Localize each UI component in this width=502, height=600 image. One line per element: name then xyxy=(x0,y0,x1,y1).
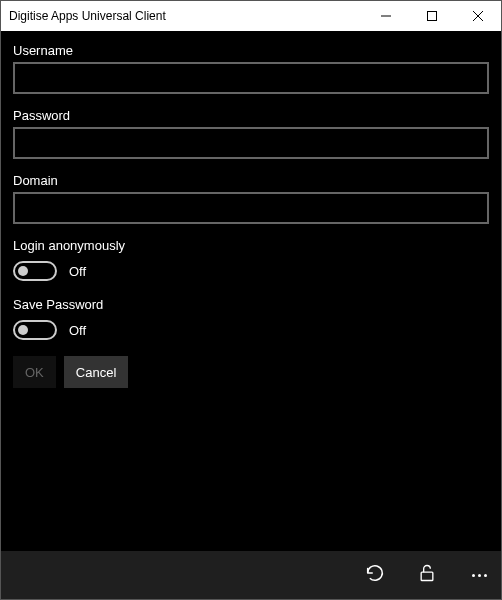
toggle-knob-icon xyxy=(18,266,28,276)
domain-label: Domain xyxy=(13,173,489,188)
password-group: Password xyxy=(13,108,489,159)
login-anonymously-row: Off xyxy=(13,261,489,281)
more-button[interactable] xyxy=(467,563,491,587)
username-input[interactable] xyxy=(13,62,489,94)
login-anonymously-state: Off xyxy=(69,264,86,279)
svg-rect-1 xyxy=(428,12,437,21)
save-password-group: Save Password Off xyxy=(13,297,489,340)
more-icon xyxy=(472,574,487,577)
save-password-state: Off xyxy=(69,323,86,338)
bottom-bar xyxy=(1,551,501,599)
button-row: OK Cancel xyxy=(13,356,489,388)
toggle-knob-icon xyxy=(18,325,28,335)
close-button[interactable] xyxy=(455,1,501,31)
lock-button[interactable] xyxy=(415,563,439,587)
save-password-label: Save Password xyxy=(13,297,489,312)
domain-group: Domain xyxy=(13,173,489,224)
domain-input[interactable] xyxy=(13,192,489,224)
titlebar: Digitise Apps Universal Client xyxy=(1,1,501,31)
window-buttons xyxy=(363,1,501,31)
login-form: Username Password Domain Login anonymous… xyxy=(1,31,501,551)
login-anonymously-label: Login anonymously xyxy=(13,238,489,253)
maximize-button[interactable] xyxy=(409,1,455,31)
app-window: Digitise Apps Universal Client Username … xyxy=(0,0,502,600)
save-password-toggle[interactable] xyxy=(13,320,57,340)
username-group: Username xyxy=(13,43,489,94)
username-label: Username xyxy=(13,43,489,58)
save-password-row: Off xyxy=(13,320,489,340)
login-anonymously-group: Login anonymously Off xyxy=(13,238,489,281)
ok-button[interactable]: OK xyxy=(13,356,56,388)
refresh-button[interactable] xyxy=(363,563,387,587)
password-input[interactable] xyxy=(13,127,489,159)
unlock-icon xyxy=(417,563,437,587)
window-title: Digitise Apps Universal Client xyxy=(1,9,363,23)
svg-rect-4 xyxy=(421,572,433,580)
password-label: Password xyxy=(13,108,489,123)
minimize-button[interactable] xyxy=(363,1,409,31)
login-anonymously-toggle[interactable] xyxy=(13,261,57,281)
refresh-icon xyxy=(364,562,386,588)
cancel-button[interactable]: Cancel xyxy=(64,356,128,388)
